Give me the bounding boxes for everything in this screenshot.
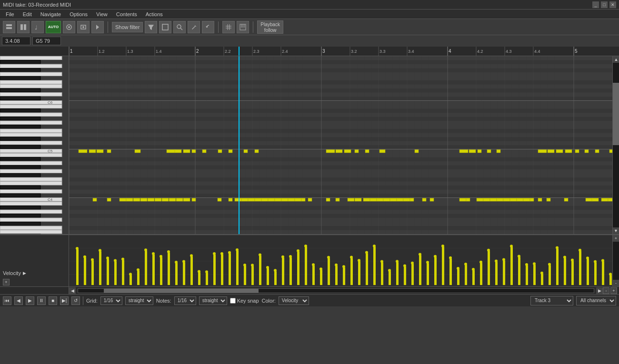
hscroll-track[interactable]	[78, 288, 594, 293]
toolbar-btn-5[interactable]	[77, 21, 90, 33]
toolbar-separator-3	[253, 21, 253, 33]
transport-stop[interactable]: ■	[49, 296, 57, 305]
svg-line-13	[180, 28, 182, 30]
vscroll-down-arrow[interactable]: ▼	[613, 227, 619, 234]
menu-edit[interactable]: Edit	[19, 10, 36, 18]
vscroll-vel-down[interactable]: -	[613, 280, 619, 286]
ruler	[69, 47, 619, 56]
piano-keyboard	[0, 56, 69, 234]
main-area: Velocity ▶ + ▲ ▼	[0, 47, 619, 294]
transport-loop[interactable]: ↺	[71, 296, 80, 305]
zoom-controls: - +	[603, 287, 617, 294]
toolbar-btn-3[interactable]: ♩	[31, 21, 44, 33]
menu-contents[interactable]: Contents	[112, 10, 141, 18]
separator	[83, 296, 83, 305]
bottom-controls: ⏮ ◀ ▶ ⏸ ■ ▶| ↺ Grid: 1/161/81/41/21 stra…	[0, 294, 619, 306]
velocity-label-area: Velocity ▶	[0, 268, 69, 278]
velocity-panel: + -	[69, 234, 619, 286]
toolbar-pencil-btn[interactable]	[188, 21, 200, 33]
toolbar-zoom-btn[interactable]	[173, 21, 186, 33]
velocity-left-panel: Velocity ▶ +	[0, 234, 69, 286]
toolbar-btn-6[interactable]	[91, 21, 104, 33]
color-select[interactable]: VelocityChannelPitch	[279, 296, 309, 305]
notes-curve-select[interactable]: straightlinearexp	[199, 296, 227, 305]
toolbar: ♩ AUTO Show filter	[0, 19, 619, 35]
svg-rect-1	[6, 27, 12, 29]
toolbar-btn-4[interactable]	[63, 21, 75, 33]
notes-size-select[interactable]: 1/161/81/4	[174, 296, 196, 305]
position-display: 3.4.08 G5 79	[0, 35, 619, 47]
filter-icon-btn[interactable]	[145, 21, 157, 33]
key-snap-checkbox[interactable]	[230, 298, 236, 304]
hscroll-left-arrow[interactable]: ◀	[69, 287, 76, 294]
zoom-in-button[interactable]: +	[610, 287, 617, 294]
svg-point-8	[82, 26, 84, 28]
window-controls: _ □ ✕	[592, 1, 616, 8]
svg-point-12	[177, 25, 181, 29]
note-grid[interactable]: ▲ ▼	[69, 56, 619, 234]
maximize-button[interactable]: □	[601, 1, 608, 8]
velocity-expand-icon[interactable]: ▶	[23, 271, 26, 275]
grid-curve-select[interactable]: straightlinearexp	[125, 296, 153, 305]
transport-pause[interactable]: ⏸	[37, 296, 46, 305]
menu-options[interactable]: Options	[66, 10, 91, 18]
svg-point-6	[68, 26, 70, 28]
toolbar-select-btn[interactable]	[159, 21, 171, 33]
key-snap-group: Key snap	[230, 298, 259, 304]
svg-text:♩: ♩	[35, 24, 38, 30]
minimize-button[interactable]: _	[592, 1, 599, 8]
horizontal-scrollbar: ◀ ▶ - +	[69, 286, 619, 294]
playhead	[239, 47, 240, 56]
vscroll-up-arrow[interactable]: ▲	[613, 56, 619, 63]
svg-rect-0	[6, 24, 12, 26]
toolbar-separator-2	[218, 21, 219, 33]
hscroll-right-arrow[interactable]: ▶	[596, 287, 603, 294]
toolbar-btn-1[interactable]	[3, 21, 15, 33]
playback-follow-button[interactable]: Playback follow	[257, 20, 283, 34]
transport-prev[interactable]: ◀	[14, 296, 23, 305]
transport-next[interactable]: ▶|	[60, 296, 69, 305]
toolbar-undo-btn[interactable]	[202, 21, 214, 33]
velocity-label: Velocity	[3, 270, 21, 276]
playhead-grid	[239, 56, 240, 234]
channel-select[interactable]: All channelsChannel 1Channel 2	[576, 296, 616, 305]
notes-label: Notes:	[156, 298, 171, 304]
svg-rect-3	[24, 24, 26, 30]
vertical-scrollbar[interactable]: ▲ ▼	[612, 56, 619, 234]
left-column: Velocity ▶ +	[0, 47, 69, 294]
menu-bar: File Edit Navigate Options View Contents…	[0, 10, 619, 19]
key-snap-label: Key snap	[237, 298, 259, 304]
toolbar-auto-btn[interactable]: AUTO	[46, 21, 61, 33]
velocity-vscroll[interactable]: + -	[612, 235, 619, 286]
left-hscroll-spacer	[0, 286, 69, 294]
svg-rect-2	[20, 24, 23, 30]
menu-actions[interactable]: Actions	[142, 10, 167, 18]
track-select[interactable]: Track 3Track 1Track 2	[530, 296, 573, 305]
note-display: G5 79	[32, 37, 61, 45]
menu-file[interactable]: File	[2, 10, 18, 18]
title-bar: MIDI take: 03-Recorded MIDI _ □ ✕	[0, 0, 619, 10]
toolbar-grid-btn[interactable]	[222, 21, 235, 33]
velocity-add-button[interactable]: +	[3, 279, 10, 285]
transport-rewind[interactable]: ⏮	[3, 296, 11, 305]
show-filter-button[interactable]: Show filter	[112, 22, 143, 32]
vscroll-vel-up[interactable]: +	[613, 235, 619, 242]
svg-rect-11	[162, 24, 168, 30]
svg-marker-10	[148, 25, 154, 30]
menu-navigate[interactable]: Navigate	[37, 10, 65, 18]
vscroll-thumb[interactable]	[613, 83, 619, 145]
svg-marker-9	[96, 25, 99, 30]
window-title: MIDI take: 03-Recorded MIDI	[3, 2, 592, 8]
hscroll-thumb[interactable]	[104, 289, 259, 293]
toolbar-separator-1	[108, 21, 108, 33]
bar-beat-display: 3.4.08	[2, 37, 30, 45]
grid-size-select[interactable]: 1/161/81/41/21	[100, 296, 122, 305]
grid-label: Grid:	[86, 298, 98, 304]
grid-right: ▲ ▼ + - ◀ ▶ - +	[69, 47, 619, 294]
zoom-out-button[interactable]: -	[603, 287, 609, 294]
menu-view[interactable]: View	[92, 10, 111, 18]
transport-play[interactable]: ▶	[26, 296, 34, 305]
toolbar-btn-2[interactable]	[17, 21, 30, 33]
toolbar-piano-btn[interactable]	[237, 21, 249, 33]
close-button[interactable]: ✕	[609, 1, 616, 8]
